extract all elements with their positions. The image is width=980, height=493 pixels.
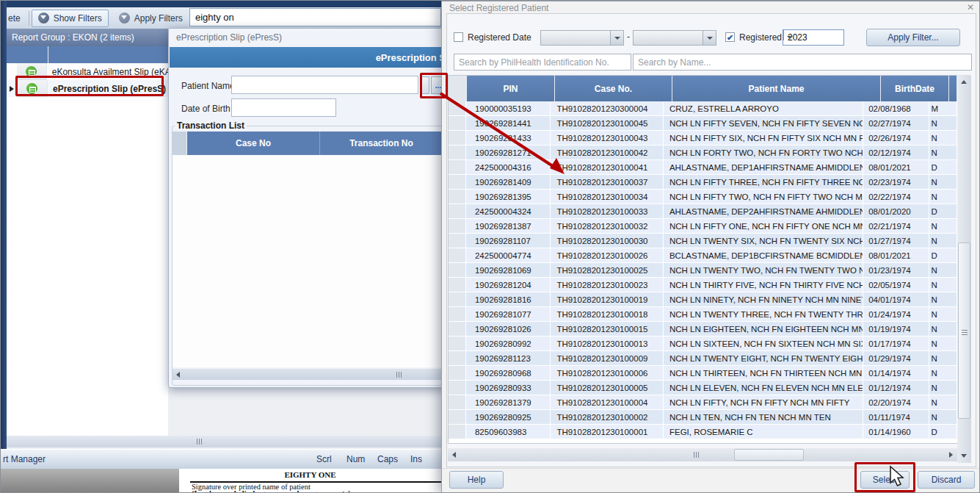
table-cell: TH91028201230300004	[551, 101, 664, 115]
table-row[interactable]: 190269281069TH91028201230100025NCH LN TW…	[449, 263, 957, 278]
search-name-input[interactable]	[633, 54, 972, 71]
table-row[interactable]: 190269281271TH91028201230100042NCH LN FO…	[449, 145, 957, 160]
table-cell: N	[929, 381, 957, 395]
search-pin-input[interactable]	[454, 54, 631, 71]
patient-name-field[interactable]	[231, 76, 418, 94]
table-row[interactable]: 190269281816TH91028201230100019NCH LN NI…	[449, 292, 957, 307]
discard-button[interactable]: Discard	[918, 471, 975, 489]
table-row[interactable]: 190000035193TH91028201230300004CRUZ, EST…	[449, 101, 957, 116]
column-header-pin[interactable]: PIN	[467, 76, 555, 101]
table-cell: N	[929, 395, 957, 409]
filter-text-input[interactable]	[189, 8, 441, 26]
table-row[interactable]: 242500004316TH91028201230100041AHLASTNAM…	[449, 160, 957, 175]
table-cell: 02/05/1974	[863, 278, 929, 292]
partial-delete-button[interactable]: ete	[7, 10, 26, 27]
column-header-birthdate[interactable]: BirthDate	[881, 76, 949, 101]
date-from-dropdown[interactable]	[540, 30, 624, 46]
table-cell: FEGI, ROSEMARIE C	[664, 425, 863, 439]
scrollbar-grip[interactable]	[396, 372, 403, 378]
chevron-down-icon[interactable]	[783, 30, 784, 40]
table-row[interactable]: 190269281409TH91028201230100037NCH LN FI…	[449, 175, 957, 190]
table-cell: NCH LN TWENTY EIGHT, NCH FN TWENTY EIGHT…	[664, 351, 863, 365]
toolbar-separator	[29, 11, 29, 26]
table-row[interactable]: 190269281395TH91028201230100034NCH LN FI…	[449, 190, 957, 204]
header-indicator-cell	[449, 76, 467, 101]
table-cell: 190269281441	[466, 116, 551, 130]
scroll-right-icon[interactable]	[949, 452, 953, 458]
chevron-down-icon[interactable]	[610, 31, 623, 45]
scroll-left-icon[interactable]	[452, 452, 456, 458]
registered-date-checkbox[interactable]	[454, 32, 463, 42]
vscrollbar-thumb[interactable]	[958, 242, 970, 419]
table-row[interactable]: 190269281204TH91028201230100023NCH LN TH…	[449, 278, 957, 292]
table-cell: N	[929, 366, 957, 380]
main-horizontal-scrollbar[interactable]	[7, 436, 441, 447]
close-icon[interactable]: ✕	[967, 2, 974, 12]
table-cell: 01/14/1960	[863, 425, 929, 439]
table-cell: 190269281271	[466, 145, 551, 159]
date-to-dropdown[interactable]	[633, 30, 716, 46]
patient-table-hscrollbar[interactable]	[448, 448, 957, 461]
table-row[interactable]: 242500004324TH91028201230100033AHLASTNAM…	[449, 204, 957, 219]
table-cell: 242500004324	[466, 204, 551, 218]
column-header-case-no[interactable]: Case No	[187, 132, 320, 155]
table-row[interactable]: 190269280933TH91028201230100005NCH LN EL…	[449, 381, 957, 395]
scroll-down-icon[interactable]	[961, 454, 967, 458]
row-indicator	[449, 116, 466, 130]
table-row[interactable]: 190269280968TH91028201230100006NCH LN TH…	[449, 366, 957, 381]
table-cell: 190269280968	[466, 366, 551, 380]
table-row[interactable]: 190269280992TH91028201230100013NCH LN SI…	[449, 337, 957, 351]
table-cell: 242500004774	[466, 248, 551, 262]
table-cell: M	[929, 101, 957, 115]
scrollbar-grip[interactable]	[197, 439, 203, 445]
row-indicator	[449, 351, 466, 365]
table-row[interactable]: 190269281379TH91028201230100004NCH LN FI…	[449, 395, 957, 410]
apply-filters-button[interactable]: Apply Filters	[113, 10, 189, 27]
column-header-patient-name[interactable]: Patient Name	[672, 76, 881, 101]
table-row[interactable]: 190269281441TH91028201230100045NCH LN FI…	[449, 116, 957, 131]
help-button[interactable]: Help	[449, 471, 504, 489]
table-cell: AHLASTNAME, DEP1AHFIRSTNAME AHMIDDLENAME	[664, 160, 863, 174]
table-cell: N	[929, 410, 957, 424]
table-cell: 242500004316	[466, 160, 551, 174]
status-num: Num	[346, 454, 365, 464]
table-row[interactable]: 190269281107TH91028201230100030NCH LN TW…	[449, 234, 957, 248]
patient-table-vscrollbar[interactable]	[957, 75, 971, 463]
table-row[interactable]: 242500004774TH91028201230100026BCLASTNAM…	[449, 248, 957, 263]
table-row[interactable]: 190269281077TH91028201230100018NCH LN TW…	[449, 307, 957, 322]
table-cell: 04/01/1974	[863, 292, 929, 306]
table-row[interactable]: 190269281026TH91028201230100015NCH LN EI…	[449, 322, 957, 337]
chevron-down-icon[interactable]	[703, 31, 716, 45]
table-cell: 190000035193	[466, 101, 551, 115]
show-filters-button[interactable]: Show Filters	[32, 10, 109, 27]
table-row[interactable]: 82509603983TH91028201230100001FEGI, ROSE…	[449, 425, 957, 439]
table-row[interactable]: 190269281433TH91028201230100043NCH LN FI…	[449, 131, 957, 145]
column-header-transaction-no[interactable]: Transaction No	[320, 132, 443, 155]
table-cell: TH91028201230100025	[551, 263, 664, 277]
scrollbar-grip[interactable]	[694, 452, 700, 458]
apply-filter-button[interactable]: Apply Filter...	[866, 29, 960, 46]
hscrollbar-thumb[interactable]	[734, 449, 804, 461]
table-row[interactable]: 190269281387TH91028201230100032NCH LN FI…	[449, 219, 957, 234]
transaction-table-body	[173, 155, 443, 367]
table-cell: BCLASTNAME, DEP1BCFIRSTNAME BCMIDDLENAME	[664, 248, 863, 262]
table-cell: D	[929, 160, 957, 174]
registered-year-checkbox[interactable]: ✔	[725, 32, 735, 42]
table-row[interactable]: 190269281123TH91028201230100009NCH LN TW…	[449, 351, 957, 366]
scroll-up-icon[interactable]	[961, 80, 967, 84]
table-cell: N	[929, 351, 957, 365]
table-cell: NCH LN FIFTY THREE, NCH FN FIFTY THREE N…	[664, 175, 863, 189]
table-cell: NCH LN FIFTY TWO, NCH FN FIFTY TWO NCH M…	[664, 190, 863, 204]
table-row[interactable]: 190269280925TH91028201230100002NCH LN TE…	[449, 410, 957, 425]
transaction-hscrollbar[interactable]	[173, 369, 443, 380]
dob-field[interactable]	[231, 98, 336, 117]
row-indicator	[449, 248, 466, 262]
report-list-panel	[7, 46, 168, 436]
table-cell: 02/12/1974	[863, 145, 929, 159]
column-header-case-no[interactable]: Case No.	[555, 76, 672, 101]
year-dropdown[interactable]: 2023	[783, 29, 844, 46]
scroll-left-icon[interactable]	[176, 372, 180, 378]
patient-table-header: PIN Case No. Patient Name BirthDate	[449, 76, 957, 101]
row-arrow-icon	[10, 86, 14, 92]
row-indicator	[449, 322, 466, 336]
